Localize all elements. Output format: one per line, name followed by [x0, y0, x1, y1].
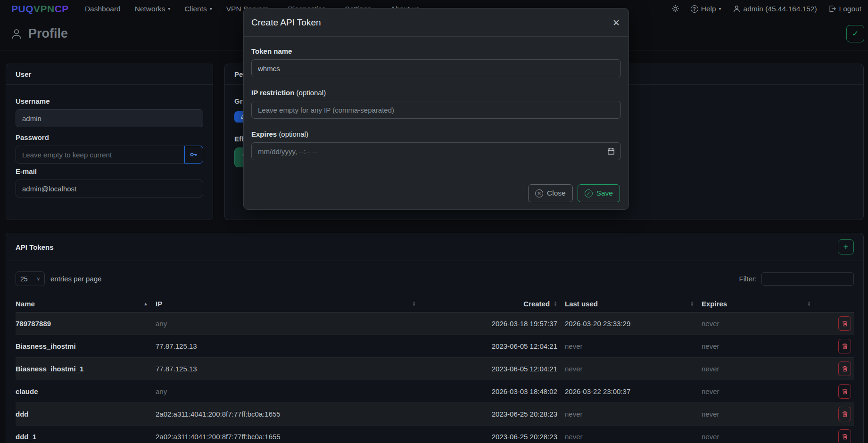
table-body: 789787889 any 2026-03-18 19:57:37 2026-0…: [16, 312, 854, 443]
check-icon: ✓: [852, 29, 859, 39]
calendar-icon: [607, 148, 615, 155]
delete-token-button[interactable]: [838, 316, 851, 331]
token-last-used-cell: never: [565, 410, 702, 418]
token-last-used-cell: never: [565, 365, 702, 373]
token-ip-cell: 77.87.125.13: [156, 342, 423, 350]
table-row: claude any 2026-03-03 18:48:02 2026-03-2…: [16, 380, 854, 403]
token-actions-cell: [818, 316, 854, 331]
token-actions-cell: [818, 384, 854, 399]
chevron-down-icon: ▾: [210, 6, 212, 11]
trash-icon: [842, 410, 848, 418]
api-tokens-card-body: 25 ∨ entries per page Filter: Name▲ IP▲▼…: [6, 261, 863, 443]
nav-item-help[interactable]: ? Help ▾: [691, 5, 721, 13]
email-input[interactable]: [16, 180, 203, 197]
close-icon: ✕: [612, 18, 620, 28]
token-actions-cell: [818, 407, 854, 421]
add-token-button[interactable]: +: [838, 239, 854, 254]
table-controls: 25 ∨ entries per page Filter:: [16, 271, 854, 286]
delete-token-button[interactable]: [838, 384, 851, 399]
check-circle-icon: ✓: [585, 189, 593, 197]
username-input[interactable]: [16, 109, 203, 127]
chevron-down-icon: ∨: [37, 276, 40, 281]
column-header-created[interactable]: Created▲▼: [423, 300, 565, 308]
chevron-down-icon: ▾: [719, 6, 721, 11]
x-circle-icon: ✕: [535, 189, 543, 197]
token-last-used-cell: 2026-03-20 23:33:29: [565, 320, 702, 328]
entries-per-page-select[interactable]: 25 ∨: [16, 271, 45, 286]
nav-item-clients[interactable]: Clients▾: [184, 5, 212, 13]
modal-close-button[interactable]: ✕: [612, 18, 620, 27]
user-card: User Username Password E-mail: [6, 64, 213, 220]
token-created-cell: 2026-03-03 18:48:02: [423, 387, 565, 395]
delete-token-button[interactable]: [838, 339, 851, 353]
token-last-used-cell: 2026-03-22 23:00:37: [565, 387, 702, 395]
ip-restriction-label: IP restriction (optional): [251, 89, 621, 97]
ip-restriction-input[interactable]: [251, 101, 621, 119]
token-ip-cell: any: [156, 320, 423, 328]
delete-token-button[interactable]: [838, 361, 851, 376]
token-actions-cell: [818, 429, 854, 443]
nav-item-dashboard[interactable]: Dashboard: [85, 5, 121, 13]
delete-token-button[interactable]: [838, 429, 851, 443]
table-row: ddd_1 2a02:a311:4041:200:8f7:77ff:bc0a:1…: [16, 426, 854, 443]
sort-asc-icon: ▲: [143, 301, 148, 306]
brand-part-green: VPN: [33, 3, 55, 14]
token-expires-cell: never: [702, 342, 818, 350]
token-expires-cell: never: [702, 387, 818, 395]
token-ip-cell: 2a02:a311:4041:200:8f7:77ff:bc0a:1655: [156, 433, 423, 441]
nav-item-account[interactable]: admin (45.44.164.152): [733, 5, 817, 13]
token-actions-cell: [818, 339, 854, 353]
theme-toggle-button[interactable]: [671, 5, 679, 13]
nav-item-networks[interactable]: Networks▾: [135, 5, 171, 13]
filter-label: Filter:: [739, 275, 757, 283]
close-button[interactable]: ✕ Close: [528, 184, 573, 202]
token-name-cell: ddd_1: [16, 433, 156, 441]
trash-icon: [842, 433, 848, 440]
sun-icon: [671, 5, 679, 13]
token-created-cell: 2023-06-05 12:04:21: [423, 365, 565, 373]
token-expires-cell: never: [702, 433, 818, 441]
trash-icon: [842, 320, 848, 327]
table-row: 789787889 any 2026-03-18 19:57:37 2026-0…: [16, 312, 854, 335]
expires-label: Expires (optional): [251, 130, 621, 138]
question-circle-icon: ?: [691, 5, 698, 13]
token-name-input[interactable]: [251, 59, 621, 77]
token-ip-cell: 77.87.125.13: [156, 365, 423, 373]
delete-token-button[interactable]: [838, 407, 851, 421]
password-label: Password: [16, 133, 203, 141]
token-expires-cell: never: [702, 365, 818, 373]
token-name-label: Token name: [251, 47, 621, 55]
column-header-last-used[interactable]: Last used▲▼: [565, 300, 702, 308]
api-tokens-table: Name▲ IP▲▼ Created▲▼ Last used▲▼ Expires…: [16, 295, 854, 443]
user-card-body: Username Password E-mail: [6, 85, 213, 206]
table-row: Biasness_ihostmi_1 77.87.125.13 2023-06-…: [16, 358, 854, 380]
token-name-cell: claude: [16, 387, 156, 395]
token-name-cell: Biasness_ihostmi: [16, 342, 156, 350]
save-button[interactable]: ✓ Save: [578, 184, 620, 202]
brand-part-blue: PUQ: [11, 3, 33, 14]
sort-icon: ▲▼: [554, 301, 557, 307]
token-name-cell: Biasness_ihostmi_1: [16, 365, 156, 373]
column-header-name[interactable]: Name▲: [16, 300, 156, 308]
token-created-cell: 2026-03-18 19:57:37: [423, 320, 565, 328]
api-tokens-card: API Tokens + 25 ∨ entries per page Filte…: [6, 233, 864, 443]
chevron-down-icon: ▾: [168, 6, 170, 11]
modal-title: Create API Token: [251, 17, 321, 28]
brand-logo[interactable]: PUQVPNCP: [11, 3, 69, 15]
token-last-used-cell: never: [565, 342, 702, 350]
page-title: Profile: [10, 26, 68, 41]
save-profile-button[interactable]: ✓: [846, 25, 864, 42]
modal-header: Create API Token ✕: [244, 8, 628, 37]
token-name-cell: ddd: [16, 410, 156, 418]
nav-item-logout[interactable]: Logout: [828, 5, 861, 13]
column-header-ip[interactable]: IP▲▼: [156, 300, 423, 308]
password-input[interactable]: [16, 146, 185, 164]
expires-input[interactable]: [251, 142, 621, 160]
token-created-cell: 2023-06-25 20:28:23: [423, 410, 565, 418]
person-icon: [733, 5, 741, 13]
generate-password-button[interactable]: [184, 146, 203, 164]
user-card-header: User: [6, 64, 213, 85]
api-tokens-card-header: API Tokens +: [6, 233, 863, 261]
filter-input[interactable]: [761, 272, 854, 286]
column-header-expires[interactable]: Expires▲▼: [702, 300, 818, 308]
